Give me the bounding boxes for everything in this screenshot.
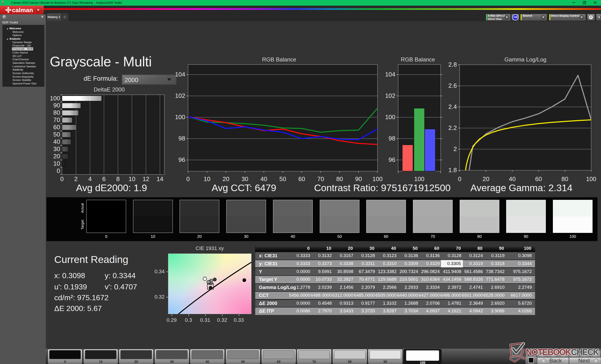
svg-text:20: 20: [483, 175, 490, 182]
svg-text:0: 0: [458, 175, 461, 182]
svg-text:100: 100: [586, 175, 596, 182]
svg-text:80: 80: [561, 175, 568, 182]
svg-text:2.6: 2.6: [448, 82, 457, 89]
svg-text:Gamma Log/Log: Gamma Log/Log: [504, 56, 547, 63]
svg-text:2.2: 2.2: [448, 124, 457, 131]
svg-text:2.4: 2.4: [448, 103, 457, 110]
svg-text:40: 40: [509, 175, 516, 182]
svg-text:1.8: 1.8: [448, 166, 457, 173]
svg-text:2: 2: [454, 145, 457, 153]
svg-text:60: 60: [535, 175, 542, 182]
svg-text:2.8: 2.8: [448, 61, 457, 68]
